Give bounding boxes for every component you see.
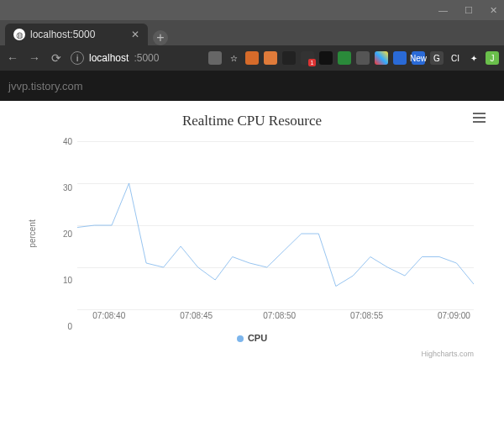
x-tick: 07:08:50 — [263, 311, 296, 320]
extension-icon[interactable] — [208, 51, 222, 65]
extensions-menu-icon[interactable]: ✦ — [467, 51, 480, 65]
extension-icon[interactable] — [282, 51, 296, 65]
chart-container: Realtime CPU Resource percent 0 10 20 30… — [0, 101, 504, 358]
back-button[interactable]: ← — [5, 51, 20, 65]
extension-icon[interactable] — [338, 51, 351, 65]
chart-menu-icon[interactable] — [473, 113, 486, 123]
y-tick: 40 — [47, 137, 72, 146]
site-info-icon[interactable]: i — [71, 51, 84, 65]
y-tick: 20 — [47, 229, 72, 239]
extension-icon[interactable]: G — [430, 51, 444, 65]
url-host: localhost — [89, 52, 129, 64]
y-tick: 30 — [47, 183, 72, 192]
x-tick: 07:09:00 — [438, 311, 470, 320]
url-port: :5000 — [134, 52, 159, 64]
maximize-button[interactable]: ☐ — [465, 5, 473, 16]
y-tick: 0 — [47, 322, 72, 331]
extension-tray: ☆ New G CI ✦ J — [208, 51, 499, 65]
legend-marker-icon — [237, 335, 244, 342]
url-field[interactable]: i localhost:5000 — [71, 51, 159, 65]
x-tick: 07:08:45 — [180, 311, 213, 320]
chart-legend[interactable]: CPU — [13, 333, 491, 343]
x-tick: 07:08:40 — [92, 311, 125, 320]
x-tick: 07:08:55 — [350, 311, 383, 320]
extension-icon[interactable] — [264, 51, 277, 65]
close-window-button[interactable]: ✕ — [490, 5, 497, 16]
globe-icon: ◍ — [13, 29, 25, 40]
extension-badge-icon[interactable] — [301, 51, 314, 65]
legend-label: CPU — [248, 333, 267, 343]
address-bar: ← → ⟳ i localhost:5000 ☆ New G CI ✦ J — [0, 45, 504, 71]
chart-plot: percent 0 10 20 30 40 07:08:40 07:08:45 … — [47, 141, 474, 326]
minimize-button[interactable]: — — [438, 5, 448, 15]
bookmark-star-icon[interactable]: ☆ — [227, 51, 240, 65]
tab-strip: ◍ localhost:5000 ✕ + — [0, 20, 504, 45]
extension-icon[interactable] — [393, 51, 407, 65]
extension-new-icon[interactable]: New — [412, 51, 425, 65]
banner-text: jvvp.tistory.com — [8, 80, 83, 92]
extension-icon[interactable] — [356, 51, 370, 65]
y-tick: 10 — [47, 276, 72, 285]
chart-title: Realtime CPU Resource — [13, 113, 491, 129]
extension-icon[interactable] — [319, 51, 333, 65]
profile-avatar[interactable]: J — [486, 51, 499, 65]
y-axis-label: percent — [28, 219, 37, 247]
tab-title: localhost:5000 — [30, 29, 95, 40]
chart-credits[interactable]: Highcharts.com — [13, 343, 491, 358]
close-tab-button[interactable]: ✕ — [131, 29, 139, 40]
window-controls: — ☐ ✕ — [0, 0, 504, 20]
extension-icon[interactable] — [375, 51, 388, 65]
site-banner: jvvp.tistory.com — [0, 71, 504, 101]
x-axis: 07:08:40 07:08:45 07:08:50 07:08:55 07:0… — [77, 309, 474, 326]
forward-button[interactable]: → — [27, 51, 42, 65]
reload-button[interactable]: ⟳ — [49, 51, 64, 65]
extension-ci-icon[interactable]: CI — [449, 51, 462, 65]
new-tab-button[interactable]: + — [153, 30, 168, 45]
extension-icon[interactable] — [245, 51, 259, 65]
chart-line — [77, 141, 474, 309]
browser-tab[interactable]: ◍ localhost:5000 ✕ — [5, 24, 148, 45]
